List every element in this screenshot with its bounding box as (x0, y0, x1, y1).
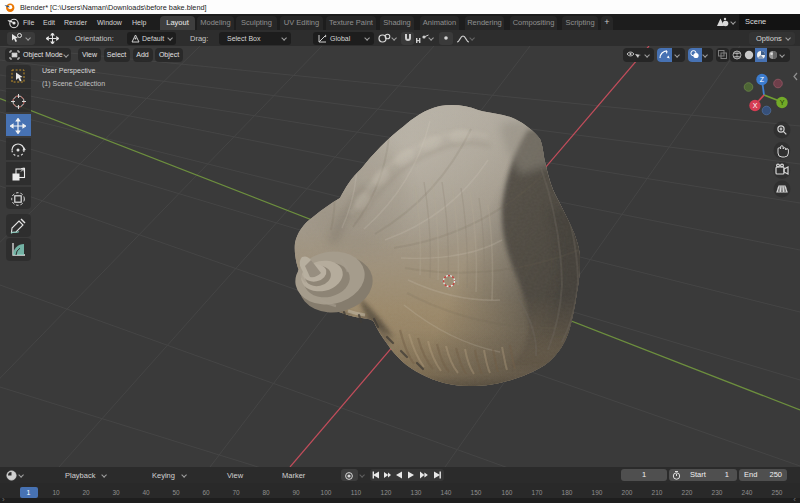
svg-text:Z: Z (760, 76, 765, 83)
svg-text:X: X (753, 102, 758, 109)
svg-text:Y: Y (780, 99, 785, 106)
